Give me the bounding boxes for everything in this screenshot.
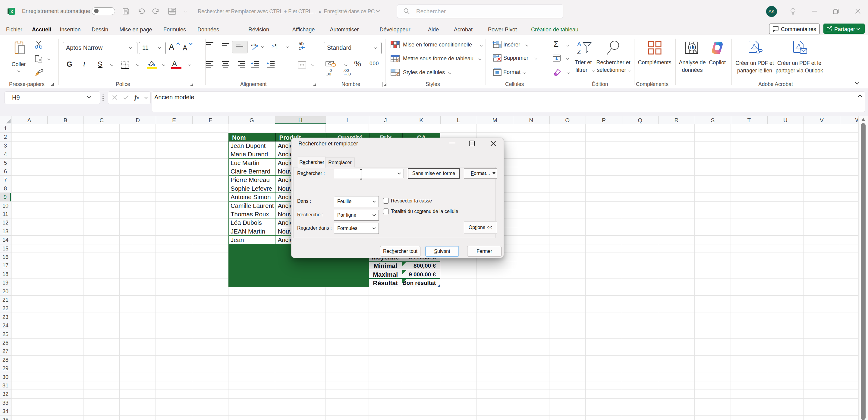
svg-text:ab: ab xyxy=(299,41,304,46)
svg-text:ab: ab xyxy=(251,42,256,47)
svg-text:c: c xyxy=(299,46,301,51)
svg-text:A: A xyxy=(577,41,581,47)
svg-text:X: X xyxy=(10,9,13,14)
svg-text:Z: Z xyxy=(577,49,581,55)
